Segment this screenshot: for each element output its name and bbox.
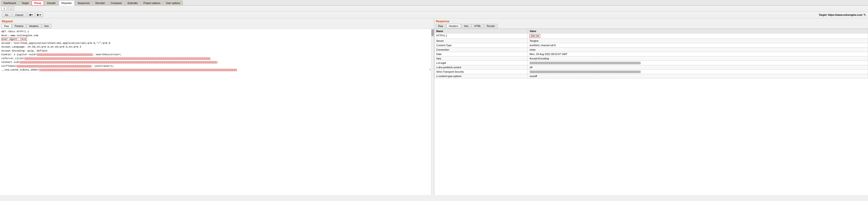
table-row: Connection close [434, 47, 868, 52]
tab-extender[interactable]: Extender [125, 0, 141, 5]
response-tab-html[interactable]: HTML [472, 24, 484, 28]
response-table[interactable]: Name Value HTTP/1.1 200 OK Server Tengin… [434, 29, 868, 195]
back-dropdown-icon[interactable]: ▼ [31, 14, 33, 16]
table-row: x-dns-prefetch-control off [434, 65, 868, 70]
subtab-1[interactable]: 1 [1, 6, 7, 10]
tea-cache-blurred [40, 69, 237, 71]
row-name: Connection [434, 47, 528, 52]
response-tabs: Raw Headers Hex HTML Render [434, 24, 868, 29]
row-name: x-tt-logid [434, 61, 528, 65]
tab-target[interactable]: Target [19, 0, 31, 5]
request-body[interactable]: GET /docs HTTP/1.1 Host: www.volcengine.… [0, 29, 434, 195]
scroll-thumb[interactable] [431, 29, 434, 36]
response-title: Response [434, 18, 868, 24]
main-content: Request Raw Params Headers Hex GET /docs… [0, 18, 868, 195]
row-name: Date [434, 52, 528, 57]
request-line-9: connect.sid= ; [1, 60, 433, 64]
row-name: x-dns-prefetch-control [434, 65, 528, 70]
back-button[interactable]: ◀ ▼ [27, 12, 35, 17]
row-name: Server [434, 39, 528, 43]
forward-icon: ▶ [37, 13, 39, 16]
row-value: nosniff [528, 74, 868, 78]
sts-blurred [530, 71, 641, 73]
tab-intruder[interactable]: Intruder [44, 0, 58, 5]
table-row: Vary Accept-Encoding [434, 57, 868, 61]
request-line-3: User-Agent: test [1, 37, 433, 41]
main-tab-bar: Dashboard Target Proxy Intruder Repeater… [0, 0, 868, 6]
request-line-5: Accept-Language: zh-CN,zh;q=0.8,en-US;q=… [1, 45, 433, 49]
response-tab-raw[interactable]: Raw [436, 24, 446, 28]
forward-dropdown-icon[interactable]: ▼ [39, 14, 41, 16]
request-line-4: Accept: text/html,application/xhtml+xml,… [1, 41, 433, 45]
cancel-button[interactable]: Cancel [12, 12, 26, 17]
tab-sequencer[interactable]: Sequencer [75, 0, 92, 5]
row-value [528, 70, 868, 74]
row-value [528, 61, 868, 65]
request-line-8: referrer_title= [1, 57, 433, 61]
request-line-6: Accept-Encoding: gzip, deflate [1, 49, 433, 53]
csrf-blurred [17, 65, 91, 68]
response-panel: Response Raw Headers Hex HTML Render Nam… [434, 18, 868, 195]
row-name: Strict-Transport-Security [434, 70, 528, 74]
toolbar: Go Cancel ◀ ▼ ▶ ▼ Target: https://www.vo… [0, 11, 868, 18]
request-tab-hex[interactable]: Hex [42, 24, 52, 28]
target-info: Target: https://www.volcengine.com [819, 13, 862, 16]
row-value: 200 OK [528, 33, 868, 39]
request-line-2: Host: www.volcengine.com [1, 34, 433, 38]
request-line-11: __tea_cache_tokens_3569={ 2 [1, 68, 433, 72]
row-name: Content-Type [434, 43, 528, 47]
tab-comparer[interactable]: Comparer [108, 0, 125, 5]
col-name: Name [434, 29, 528, 33]
tab-user-options[interactable]: User options [163, 0, 183, 5]
tab-proxy[interactable]: Proxy [32, 0, 44, 6]
row-name: x-content-type-options [434, 74, 528, 78]
row-name: HTTP/1.1 [434, 33, 528, 39]
table-row: x-tt-logid [434, 61, 868, 65]
table-row: Date Mon, 29 Aug 2022 08:53:07 GMT [434, 52, 868, 57]
request-line-7: Cookie: x-jupiter-uuid= ; searchHistorie… [1, 53, 433, 57]
row-name: Vary [434, 57, 528, 61]
edit-icon[interactable]: ✎ [863, 13, 866, 17]
row-value: close [528, 47, 868, 52]
request-tabs: Raw Params Headers Hex [0, 24, 434, 29]
response-tab-headers[interactable]: Headers [446, 24, 461, 28]
request-tab-raw[interactable]: Raw [1, 24, 11, 28]
logid-blurred [530, 62, 641, 64]
tab-dashboard[interactable]: Dashboard [1, 0, 19, 5]
referrer-blurred [24, 57, 210, 60]
response-tab-render[interactable]: Render [484, 24, 498, 28]
tab-decoder[interactable]: Decoder [93, 0, 107, 5]
connect-sid-blurred [20, 61, 217, 64]
request-line-1: GET /docs HTTP/1.1 [1, 30, 433, 34]
tab-project-options[interactable]: Project options [141, 0, 163, 5]
row-value: Mon, 29 Aug 2022 08:53:07 GMT [528, 52, 868, 57]
back-icon: ◀ [29, 13, 31, 16]
request-line-10: csrfToken= ; isIntranet=1; [1, 64, 433, 68]
row-value: off [528, 65, 868, 70]
subtab-more[interactable]: ... [8, 6, 14, 10]
subtab-bar: 1 ... [0, 6, 868, 11]
user-agent-highlight: User-Agent: test [1, 38, 27, 41]
table-row: x-content-type-options nosniff [434, 74, 868, 78]
request-panel: Request Raw Params Headers Hex GET /docs… [0, 18, 434, 195]
request-tab-params[interactable]: Params [12, 24, 26, 28]
table-row: HTTP/1.1 200 OK [434, 33, 868, 39]
response-tab-hex[interactable]: Hex [461, 24, 471, 28]
col-value: Value [528, 29, 868, 33]
request-title: Request [0, 18, 434, 24]
row-value: Accept-Encoding [528, 57, 868, 61]
status-value-highlighted: 200 OK [530, 34, 540, 38]
row-value: Tengine [528, 39, 868, 43]
forward-button[interactable]: ▶ ▼ [36, 12, 43, 17]
tab-repeater[interactable]: Repeater [59, 0, 74, 6]
row-value: text/html; charset=utf-8 [528, 43, 868, 47]
go-button[interactable]: Go [2, 12, 11, 17]
table-row: Strict-Transport-Security [434, 70, 868, 74]
table-row: Server Tengine [434, 39, 868, 43]
scrollbar[interactable] [431, 29, 434, 195]
table-row: Content-Type text/html; charset=utf-8 [434, 43, 868, 47]
cookie-uuid-blurred [37, 54, 93, 56]
request-tab-headers[interactable]: Headers [27, 24, 41, 28]
